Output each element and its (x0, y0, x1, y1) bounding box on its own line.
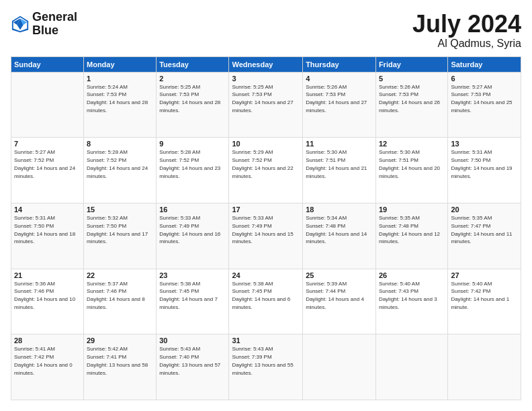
calendar-cell: 2Sunrise: 5:25 AMSunset: 7:53 PMDaylight… (157, 72, 229, 138)
day-number: 26 (379, 271, 445, 279)
logo-icon (11, 15, 30, 34)
calendar-cell: 5Sunrise: 5:26 AMSunset: 7:53 PMDaylight… (375, 72, 447, 138)
cell-info: Sunrise: 5:32 AMSunset: 7:50 PMDaylight:… (87, 215, 148, 244)
calendar-cell: 22Sunrise: 5:37 AMSunset: 7:46 PMDayligh… (84, 269, 157, 334)
day-number: 5 (379, 75, 445, 83)
day-number: 1 (87, 75, 153, 83)
cell-info: Sunrise: 5:40 AMSunset: 7:43 PMDaylight:… (379, 281, 437, 310)
col-sunday: Sunday (11, 56, 84, 72)
day-number: 3 (232, 75, 300, 83)
calendar-cell: 13Sunrise: 5:31 AMSunset: 7:50 PMDayligh… (448, 138, 521, 203)
day-number: 14 (14, 205, 81, 214)
calendar-cell: 3Sunrise: 5:25 AMSunset: 7:53 PMDaylight… (229, 72, 303, 138)
calendar-cell: 17Sunrise: 5:33 AMSunset: 7:49 PMDayligh… (229, 203, 303, 269)
calendar-cell: 25Sunrise: 5:39 AMSunset: 7:44 PMDayligh… (303, 269, 376, 334)
cell-info: Sunrise: 5:43 AMSunset: 7:39 PMDaylight:… (232, 346, 293, 375)
calendar-cell (11, 72, 84, 138)
day-number: 8 (87, 140, 153, 148)
day-number: 24 (232, 271, 300, 279)
week-row-5: 28Sunrise: 5:41 AMSunset: 7:42 PMDayligh… (11, 334, 521, 400)
calendar-cell: 18Sunrise: 5:34 AMSunset: 7:48 PMDayligh… (303, 203, 376, 269)
calendar-cell: 6Sunrise: 5:27 AMSunset: 7:53 PMDaylight… (448, 72, 521, 138)
day-number: 17 (232, 205, 300, 214)
day-number: 22 (87, 271, 153, 279)
cell-info: Sunrise: 5:35 AMSunset: 7:47 PMDaylight:… (451, 215, 512, 244)
day-number: 19 (379, 205, 445, 214)
day-number: 18 (306, 205, 373, 214)
calendar-cell: 30Sunrise: 5:43 AMSunset: 7:40 PMDayligh… (157, 334, 229, 400)
day-number: 6 (451, 75, 518, 83)
calendar-cell: 14Sunrise: 5:31 AMSunset: 7:50 PMDayligh… (11, 203, 84, 269)
day-number: 11 (306, 140, 373, 148)
day-number: 9 (159, 140, 226, 148)
week-row-4: 21Sunrise: 5:36 AMSunset: 7:46 PMDayligh… (11, 269, 521, 334)
day-number: 2 (159, 75, 226, 83)
cell-info: Sunrise: 5:26 AMSunset: 7:53 PMDaylight:… (379, 84, 440, 113)
calendar-cell: 29Sunrise: 5:42 AMSunset: 7:41 PMDayligh… (84, 334, 157, 400)
day-number: 13 (451, 140, 518, 148)
col-thursday: Thursday (303, 56, 376, 72)
cell-info: Sunrise: 5:41 AMSunset: 7:42 PMDaylight:… (14, 346, 73, 375)
day-number: 25 (306, 271, 373, 279)
cell-info: Sunrise: 5:27 AMSunset: 7:53 PMDaylight:… (451, 84, 512, 113)
day-number: 23 (159, 271, 226, 279)
calendar-cell: 16Sunrise: 5:33 AMSunset: 7:49 PMDayligh… (157, 203, 229, 269)
cell-info: Sunrise: 5:39 AMSunset: 7:44 PMDaylight:… (306, 281, 364, 310)
cell-info: Sunrise: 5:34 AMSunset: 7:48 PMDaylight:… (306, 215, 367, 244)
cell-info: Sunrise: 5:25 AMSunset: 7:53 PMDaylight:… (159, 84, 220, 113)
calendar-cell: 4Sunrise: 5:26 AMSunset: 7:53 PMDaylight… (303, 72, 376, 138)
day-number: 12 (379, 140, 445, 148)
col-friday: Friday (375, 56, 447, 72)
day-number: 16 (159, 205, 226, 214)
cell-info: Sunrise: 5:24 AMSunset: 7:53 PMDaylight:… (87, 84, 148, 113)
cell-info: Sunrise: 5:31 AMSunset: 7:50 PMDaylight:… (451, 149, 512, 179)
calendar-cell: 12Sunrise: 5:30 AMSunset: 7:51 PMDayligh… (375, 138, 447, 203)
cell-info: Sunrise: 5:38 AMSunset: 7:45 PMDaylight:… (159, 281, 218, 310)
calendar-cell: 19Sunrise: 5:35 AMSunset: 7:48 PMDayligh… (375, 203, 447, 269)
col-monday: Monday (84, 56, 157, 72)
header: General Blue July 2024 Al Qadmus, Syria (11, 11, 521, 50)
calendar-cell: 8Sunrise: 5:28 AMSunset: 7:52 PMDaylight… (84, 138, 157, 203)
day-number: 28 (14, 336, 81, 345)
cell-info: Sunrise: 5:29 AMSunset: 7:52 PMDaylight:… (232, 149, 293, 179)
week-row-3: 14Sunrise: 5:31 AMSunset: 7:50 PMDayligh… (11, 203, 521, 269)
logo-line1: General (32, 11, 77, 24)
week-row-1: 1Sunrise: 5:24 AMSunset: 7:53 PMDaylight… (11, 72, 521, 138)
calendar-cell: 27Sunrise: 5:40 AMSunset: 7:42 PMDayligh… (448, 269, 521, 334)
calendar-cell: 10Sunrise: 5:29 AMSunset: 7:52 PMDayligh… (229, 138, 303, 203)
cell-info: Sunrise: 5:36 AMSunset: 7:46 PMDaylight:… (14, 281, 75, 310)
col-wednesday: Wednesday (229, 56, 303, 72)
cell-info: Sunrise: 5:38 AMSunset: 7:45 PMDaylight:… (232, 281, 290, 310)
calendar-cell: 26Sunrise: 5:40 AMSunset: 7:43 PMDayligh… (375, 269, 447, 334)
calendar-cell (448, 334, 521, 400)
cell-info: Sunrise: 5:27 AMSunset: 7:52 PMDaylight:… (14, 149, 75, 179)
calendar-cell: 21Sunrise: 5:36 AMSunset: 7:46 PMDayligh… (11, 269, 84, 334)
calendar-cell: 9Sunrise: 5:28 AMSunset: 7:52 PMDaylight… (157, 138, 229, 203)
calendar-cell: 20Sunrise: 5:35 AMSunset: 7:47 PMDayligh… (448, 203, 521, 269)
calendar-cell: 1Sunrise: 5:24 AMSunset: 7:53 PMDaylight… (84, 72, 157, 138)
cell-info: Sunrise: 5:43 AMSunset: 7:40 PMDaylight:… (159, 346, 220, 375)
cell-info: Sunrise: 5:42 AMSunset: 7:41 PMDaylight:… (87, 346, 148, 375)
calendar-cell: 7Sunrise: 5:27 AMSunset: 7:52 PMDaylight… (11, 138, 84, 203)
cell-info: Sunrise: 5:28 AMSunset: 7:52 PMDaylight:… (159, 149, 220, 179)
cell-info: Sunrise: 5:33 AMSunset: 7:49 PMDaylight:… (232, 215, 293, 244)
cell-info: Sunrise: 5:30 AMSunset: 7:51 PMDaylight:… (379, 149, 440, 179)
header-row: Sunday Monday Tuesday Wednesday Thursday… (11, 56, 521, 72)
day-number: 30 (159, 336, 226, 345)
day-number: 10 (232, 140, 300, 148)
day-number: 7 (14, 140, 81, 148)
cell-info: Sunrise: 5:25 AMSunset: 7:53 PMDaylight:… (232, 84, 293, 113)
logo-line2: Blue (32, 24, 77, 38)
day-number: 29 (87, 336, 153, 345)
main-title: July 2024 (412, 11, 521, 38)
calendar-table: Sunday Monday Tuesday Wednesday Thursday… (11, 56, 521, 400)
day-number: 20 (451, 205, 518, 214)
logo: General Blue (11, 11, 77, 38)
day-number: 15 (87, 205, 153, 214)
calendar-cell (303, 334, 376, 400)
cell-info: Sunrise: 5:28 AMSunset: 7:52 PMDaylight:… (87, 149, 148, 179)
col-saturday: Saturday (448, 56, 521, 72)
title-block: July 2024 Al Qadmus, Syria (412, 11, 521, 50)
cell-info: Sunrise: 5:35 AMSunset: 7:48 PMDaylight:… (379, 215, 440, 244)
sub-title: Al Qadmus, Syria (412, 38, 521, 50)
